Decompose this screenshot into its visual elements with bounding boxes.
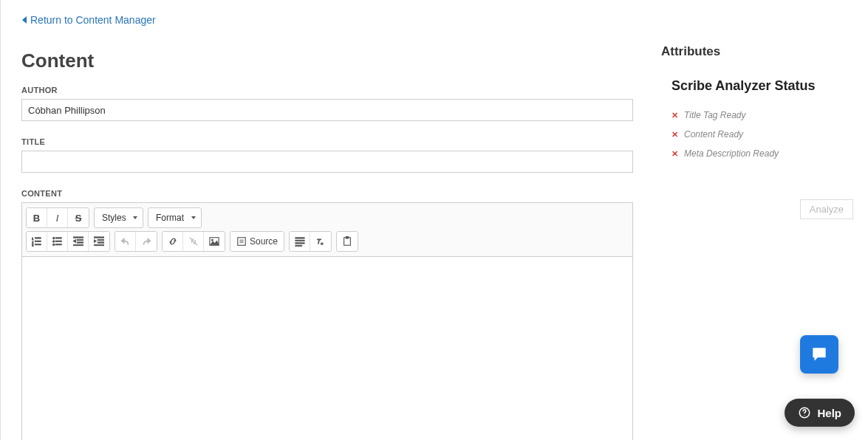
strikethrough-button[interactable]: S: [68, 208, 89, 227]
content-field: CONTENT B I S Styles: [21, 189, 633, 440]
author-input[interactable]: [21, 99, 633, 121]
status-item-title-tag: ✕ Title Tag Ready: [671, 110, 853, 120]
editor-content-area[interactable]: [22, 257, 632, 440]
bold-button[interactable]: B: [27, 208, 47, 227]
svg-rect-28: [295, 243, 304, 244]
editor-toolbar: B I S Styles Format: [22, 203, 632, 257]
source-button-label: Source: [250, 236, 278, 247]
svg-text:3: 3: [32, 244, 34, 247]
svg-rect-23: [238, 238, 246, 246]
status-label: Title Tag Ready: [684, 110, 746, 120]
sidebar: Attributes Scribe Analyzer Status ✕ Titl…: [654, 0, 868, 440]
svg-rect-1: [35, 238, 41, 238]
caret-left-icon: [21, 16, 27, 24]
status-label: Meta Description Ready: [684, 148, 779, 159]
svg-rect-11: [55, 244, 61, 245]
svg-point-8: [52, 241, 55, 243]
chat-icon: [810, 345, 829, 364]
help-icon: [798, 406, 811, 419]
paste-button[interactable]: [337, 232, 358, 251]
x-icon: ✕: [671, 130, 678, 140]
svg-text:×: ×: [321, 241, 324, 246]
svg-point-35: [804, 415, 805, 416]
chat-widget-button[interactable]: [800, 335, 838, 374]
return-link-label: Return to Content Manager: [30, 14, 156, 26]
return-link[interactable]: Return to Content Manager: [21, 14, 156, 26]
rich-text-editor: B I S Styles Format: [21, 202, 633, 440]
indent-button[interactable]: [89, 232, 109, 251]
italic-button[interactable]: I: [47, 208, 68, 227]
remove-format-button[interactable]: T×: [310, 232, 331, 251]
svg-rect-3: [35, 241, 41, 241]
svg-point-6: [52, 237, 55, 239]
status-item-meta-description: ✕ Meta Description Ready: [671, 148, 853, 159]
link-button[interactable]: [163, 232, 183, 251]
author-label: AUTHOR: [21, 86, 633, 94]
outdent-button[interactable]: [68, 232, 89, 251]
source-icon: [236, 236, 247, 247]
image-button[interactable]: [204, 232, 225, 251]
main-column: Return to Content Manager Content AUTHOR…: [1, 0, 654, 440]
unordered-list-button[interactable]: [47, 232, 68, 251]
title-label: TITLE: [21, 137, 633, 146]
svg-line-20: [189, 238, 197, 246]
ordered-list-button[interactable]: 123: [27, 232, 47, 251]
attributes-heading: Attributes: [661, 44, 853, 59]
page-title: Content: [21, 49, 633, 72]
x-icon: ✕: [671, 111, 678, 120]
title-field: TITLE: [21, 137, 633, 173]
help-label: Help: [817, 407, 841, 419]
svg-rect-17: [98, 239, 104, 240]
source-button[interactable]: Source: [230, 232, 284, 251]
x-icon: ✕: [671, 149, 678, 159]
svg-rect-9: [55, 241, 61, 241]
svg-rect-14: [77, 242, 83, 243]
svg-rect-12: [73, 237, 83, 238]
svg-rect-5: [35, 244, 41, 245]
content-label: CONTENT: [21, 189, 633, 198]
format-select[interactable]: Format: [148, 207, 202, 228]
svg-rect-19: [94, 244, 104, 245]
svg-rect-26: [295, 238, 304, 238]
svg-rect-27: [295, 240, 304, 241]
analyzer-status-list: ✕ Title Tag Ready ✕ Content Ready ✕ Meta…: [671, 110, 853, 159]
svg-point-10: [52, 244, 55, 246]
title-input[interactable]: [21, 151, 633, 173]
author-field: AUTHOR: [21, 86, 633, 121]
svg-rect-16: [94, 237, 104, 238]
svg-point-22: [211, 239, 213, 241]
svg-rect-18: [98, 242, 104, 243]
justify-button[interactable]: [290, 232, 310, 251]
styles-select[interactable]: Styles: [94, 207, 143, 228]
svg-rect-7: [55, 238, 61, 238]
help-widget-button[interactable]: Help: [785, 399, 855, 427]
status-label: Content Ready: [684, 129, 743, 140]
svg-rect-29: [295, 245, 301, 246]
redo-button[interactable]: [136, 232, 157, 251]
svg-rect-15: [73, 244, 83, 245]
status-item-content: ✕ Content Ready: [671, 129, 853, 140]
unlink-button[interactable]: [183, 232, 204, 251]
analyze-button[interactable]: Analyze: [800, 199, 853, 219]
svg-rect-13: [77, 239, 83, 240]
analyzer-heading: Scribe Analyzer Status: [671, 78, 853, 94]
undo-button[interactable]: [115, 232, 136, 251]
svg-rect-33: [346, 236, 349, 238]
